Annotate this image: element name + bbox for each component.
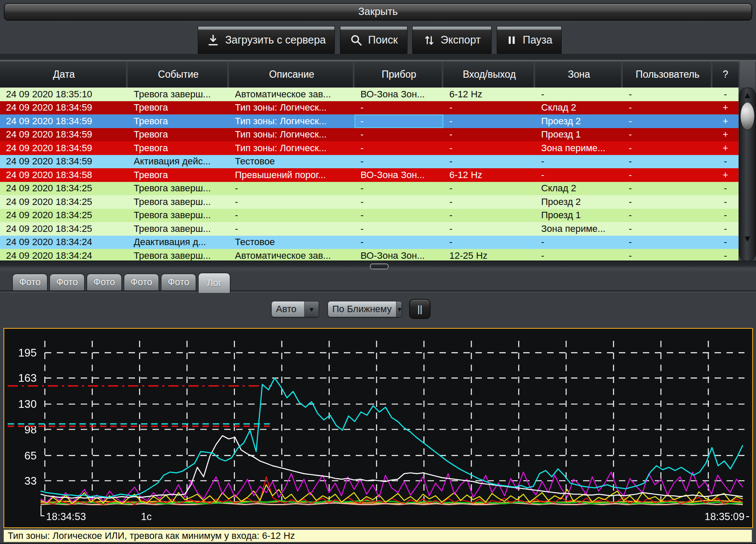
cell-0: 24 09 2020 18:34:25 [0,222,128,236]
cell-6: - [623,182,712,196]
tab-photo-1[interactable]: Фото [12,273,48,290]
cell-6: - [623,222,712,236]
cell-3: ВО-Зона Зон... [355,88,443,101]
table-row[interactable]: 24 09 2020 18:34:25Тревога заверш...---П… [0,195,738,209]
cell-1: Тревога [128,128,229,142]
toolbar-button-label: Поиск [368,34,398,46]
chevron-down-icon[interactable]: ▼ [304,301,319,317]
table-row[interactable]: 24 09 2020 18:35:10Тревога заверш...Авто… [0,88,738,101]
cell-1: Тревога заверш... [128,222,229,236]
column-header[interactable]: Событие [128,61,229,88]
cell-7: - [712,249,738,260]
cell-3: - [355,155,443,169]
table-row[interactable]: 24 09 2020 18:34:59ТревогаТип зоны: Логи… [0,141,738,155]
cell-0: 24 09 2020 18:34:59 [0,114,128,128]
column-header[interactable]: Пользователь [623,61,712,88]
table-row[interactable]: 24 09 2020 18:34:25Тревога заверш...---П… [0,209,738,222]
tab-photo-3[interactable]: Фото [86,273,122,290]
cell-5: Проезд 1 [535,128,623,142]
table-scrollbar[interactable]: ▲ ▼ [739,88,756,261]
cell-5: - [535,236,623,249]
cell-1: Тревога [128,141,229,155]
column-header[interactable]: ? [712,61,738,88]
load-from-server-button[interactable]: Загрузить с сервера [198,26,335,54]
column-header[interactable]: Прибор [355,61,443,88]
tab-log[interactable]: Лог [198,272,231,293]
cell-6: - [623,128,712,142]
tab-photo-5[interactable]: Фото [161,273,196,290]
scroll-down-icon[interactable]: ▼ [739,234,756,243]
cell-5: Склад 2 [535,101,623,115]
column-header[interactable]: Зона [535,61,623,88]
column-header[interactable]: Дата [0,61,128,88]
column-header[interactable]: Описание [229,61,355,88]
cell-2: Тип зоны: Логическ... [229,114,355,128]
table-row[interactable]: 24 09 2020 18:34:59ТревогаТип зоны: Логи… [0,114,738,128]
scrollbar-thumb[interactable] [740,102,755,130]
table-row[interactable]: 24 09 2020 18:34:59ТревогаТип зоны: Логи… [0,128,738,142]
mode-dropdown[interactable]: По Ближнему ▼ [328,301,402,317]
cell-0: 24 09 2020 18:35:10 [0,88,128,101]
table-row[interactable]: 24 09 2020 18:34:25Тревога заверш...---С… [0,182,738,196]
cell-1: Тревога [128,114,229,128]
splitter-handle[interactable] [370,263,389,269]
cell-3: - [355,114,443,128]
cell-2: - [229,222,355,236]
cell-3: - [355,101,443,115]
cell-5: - [535,249,623,260]
search-button[interactable]: Поиск [340,26,407,54]
cell-4: - [443,101,535,115]
cell-4: - [443,209,535,222]
cell-0: 24 09 2020 18:34:59 [0,128,128,142]
chart-pause-button[interactable]: || [409,299,431,319]
cell-0: 24 09 2020 18:34:59 [0,101,128,115]
splitter[interactable] [0,260,756,272]
cell-7: - [712,195,738,209]
cell-3: - [355,195,443,209]
cell-2: - [229,209,355,222]
cell-4: - [443,222,535,236]
cell-1: Тревога заверш... [128,182,229,196]
cell-2: Тип зоны: Логическ... [229,101,355,115]
cell-0: 24 09 2020 18:34:24 [0,249,128,260]
tab-photo-2[interactable]: Фото [49,273,85,290]
table-row[interactable]: 24 09 2020 18:34:59Активация дейс...Тест… [0,155,738,169]
cell-2: Тестовое [229,155,355,169]
cell-4: - [443,128,535,142]
scroll-up-icon[interactable]: ▲ [739,91,756,99]
cell-2: Тип зоны: Логическ... [229,128,355,142]
pause-button[interactable]: Пауза [497,26,562,54]
export-icon [423,34,435,47]
cell-3: - [355,222,443,236]
cell-6: - [623,141,712,155]
column-header[interactable]: Вход/выход [443,61,535,88]
cell-3: - [355,182,443,196]
cell-5: - [535,88,623,101]
tab-bar: ФотоФотоФотоФотоФотоЛог [0,272,756,291]
cell-6: - [623,209,712,222]
cell-0: 24 09 2020 18:34:25 [0,182,128,196]
cell-7: - [712,182,738,196]
cell-1: Активация дейс... [128,155,229,169]
cell-7: - [712,209,738,222]
table-row[interactable]: 24 09 2020 18:34:58ТревогаПревышений пор… [0,168,738,182]
cell-3: - [355,141,443,155]
table-row[interactable]: 24 09 2020 18:34:59ТревогаТип зоны: Логи… [0,101,738,115]
table-row[interactable]: 24 09 2020 18:34:25Тревога заверш...---З… [0,222,738,236]
export-button[interactable]: Экспорт [412,26,492,54]
close-button[interactable]: Закрыть [4,3,752,20]
table-row[interactable]: 24 09 2020 18:34:24Деактивация д...Тесто… [0,236,738,249]
cell-6: - [623,236,712,249]
download-icon [207,34,220,47]
status-bar: Тип зоны: Логическое ИЛИ, тревога как ми… [3,529,752,542]
pause-icon [506,34,517,47]
chevron-down-icon[interactable]: ▼ [396,301,402,317]
cell-7: - [712,88,738,101]
tab-photo-4[interactable]: Фото [123,273,159,290]
table-row[interactable]: 24 09 2020 18:34:24Тревога заверш...Авто… [0,249,738,260]
cell-2: Тестовое [229,236,355,249]
cell-0: 24 09 2020 18:34:59 [0,155,128,169]
scale-dropdown[interactable]: Авто ▼ [271,301,319,317]
signal-chart[interactable] [4,329,750,526]
cell-0: 24 09 2020 18:34:25 [0,209,128,222]
